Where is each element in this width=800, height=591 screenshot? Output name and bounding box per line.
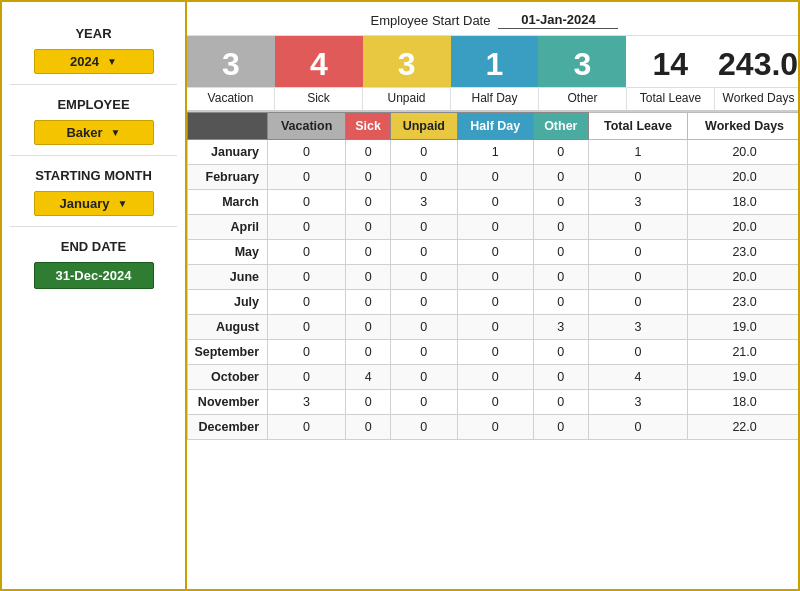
cell-other: 0 (533, 140, 588, 165)
summary-workeddays: 243.0 (714, 36, 800, 87)
cell-totalleave: 3 (588, 190, 687, 215)
cell-halfday: 0 (457, 340, 533, 365)
end-date-value: 31-Dec-2024 (34, 262, 154, 289)
cell-halfday: 0 (457, 265, 533, 290)
cell-workeddays: 23.0 (688, 290, 800, 315)
label-other: Other (539, 88, 627, 110)
table-row: June 0 0 0 0 0 0 20.0 (188, 265, 801, 290)
cell-sick: 0 (346, 390, 391, 415)
col-workeddays: Worked Days (688, 113, 800, 140)
cell-totalleave: 0 (588, 290, 687, 315)
cell-vacation: 0 (268, 265, 346, 290)
cell-vacation: 0 (268, 215, 346, 240)
month-name: March (188, 190, 268, 215)
cell-sick: 0 (346, 415, 391, 440)
cell-workeddays: 20.0 (688, 215, 800, 240)
employee-dropdown-arrow: ▼ (111, 127, 121, 138)
cell-vacation: 0 (268, 340, 346, 365)
employee-label: EMPLOYEE (2, 91, 185, 116)
cell-sick: 0 (346, 215, 391, 240)
cell-vacation: 0 (268, 365, 346, 390)
cell-unpaid: 0 (391, 315, 457, 340)
label-halfday: Half Day (451, 88, 539, 110)
label-vacation: Vacation (187, 88, 275, 110)
cell-sick: 0 (346, 140, 391, 165)
cell-unpaid: 0 (391, 140, 457, 165)
data-table: Vacation Sick Unpaid Half Day Other Tota… (187, 112, 800, 440)
cell-other: 0 (533, 290, 588, 315)
cell-halfday: 0 (457, 390, 533, 415)
month-name: July (188, 290, 268, 315)
cell-vacation: 0 (268, 165, 346, 190)
cell-workeddays: 20.0 (688, 265, 800, 290)
cell-sick: 4 (346, 365, 391, 390)
table-row: March 0 0 3 0 0 3 18.0 (188, 190, 801, 215)
summary-other: 3 (538, 36, 626, 87)
cell-other: 0 (533, 190, 588, 215)
cell-sick: 0 (346, 315, 391, 340)
table-row: August 0 0 0 0 3 3 19.0 (188, 315, 801, 340)
summary-totalleave: 14 (626, 36, 714, 87)
table-row: September 0 0 0 0 0 0 21.0 (188, 340, 801, 365)
month-name: September (188, 340, 268, 365)
summary-numbers-row: 3 4 3 1 3 14 243.0 (187, 36, 800, 88)
col-unpaid: Unpaid (391, 113, 457, 140)
table-row: November 3 0 0 0 0 3 18.0 (188, 390, 801, 415)
cell-unpaid: 0 (391, 265, 457, 290)
starting-month-value: January (60, 196, 110, 211)
cell-totalleave: 4 (588, 365, 687, 390)
cell-workeddays: 19.0 (688, 365, 800, 390)
month-name: May (188, 240, 268, 265)
starting-month-dropdown[interactable]: January ▼ (34, 191, 154, 216)
cell-sick: 0 (346, 165, 391, 190)
cell-other: 0 (533, 240, 588, 265)
cell-totalleave: 0 (588, 165, 687, 190)
cell-vacation: 3 (268, 390, 346, 415)
cell-totalleave: 0 (588, 340, 687, 365)
cell-other: 0 (533, 340, 588, 365)
main-content: Employee Start Date 01-Jan-2024 3 4 3 1 … (187, 2, 800, 591)
table-row: July 0 0 0 0 0 0 23.0 (188, 290, 801, 315)
table-row: January 0 0 0 1 0 1 20.0 (188, 140, 801, 165)
data-table-wrap: Vacation Sick Unpaid Half Day Other Tota… (187, 112, 800, 591)
header-row: Employee Start Date 01-Jan-2024 (187, 2, 800, 36)
emp-start-date-label: Employee Start Date (371, 13, 491, 28)
cell-halfday: 0 (457, 165, 533, 190)
cell-halfday: 0 (457, 315, 533, 340)
month-name: November (188, 390, 268, 415)
table-row: October 0 4 0 0 0 4 19.0 (188, 365, 801, 390)
cell-totalleave: 0 (588, 215, 687, 240)
employee-dropdown[interactable]: Baker ▼ (34, 120, 154, 145)
cell-vacation: 0 (268, 140, 346, 165)
cell-halfday: 1 (457, 140, 533, 165)
end-date-label: END DATE (2, 233, 185, 258)
month-name: August (188, 315, 268, 340)
year-value: 2024 (70, 54, 99, 69)
cell-other: 0 (533, 265, 588, 290)
emp-start-date-value: 01-Jan-2024 (498, 12, 618, 29)
cell-halfday: 0 (457, 215, 533, 240)
year-dropdown[interactable]: 2024 ▼ (34, 49, 154, 74)
cell-workeddays: 19.0 (688, 315, 800, 340)
label-sick: Sick (275, 88, 363, 110)
cell-unpaid: 0 (391, 415, 457, 440)
table-row: May 0 0 0 0 0 0 23.0 (188, 240, 801, 265)
summary-workeddays-value: 243.0 (718, 36, 798, 87)
summary-sick-value: 4 (310, 36, 328, 87)
summary-halfday-value: 1 (486, 36, 504, 87)
cell-other: 0 (533, 365, 588, 390)
summary-unpaid-value: 3 (398, 36, 416, 87)
cell-vacation: 0 (268, 290, 346, 315)
summary-labels-row: Vacation Sick Unpaid Half Day Other Tota… (187, 88, 800, 112)
table-row: February 0 0 0 0 0 0 20.0 (188, 165, 801, 190)
cell-workeddays: 18.0 (688, 190, 800, 215)
app-container: YEAR 2024 ▼ EMPLOYEE Baker ▼ STARTING MO… (2, 2, 800, 591)
summary-totalleave-value: 14 (652, 36, 688, 87)
cell-totalleave: 3 (588, 390, 687, 415)
cell-unpaid: 3 (391, 190, 457, 215)
cell-halfday: 0 (457, 190, 533, 215)
cell-unpaid: 0 (391, 390, 457, 415)
cell-halfday: 0 (457, 290, 533, 315)
cell-sick: 0 (346, 240, 391, 265)
cell-sick: 0 (346, 190, 391, 215)
